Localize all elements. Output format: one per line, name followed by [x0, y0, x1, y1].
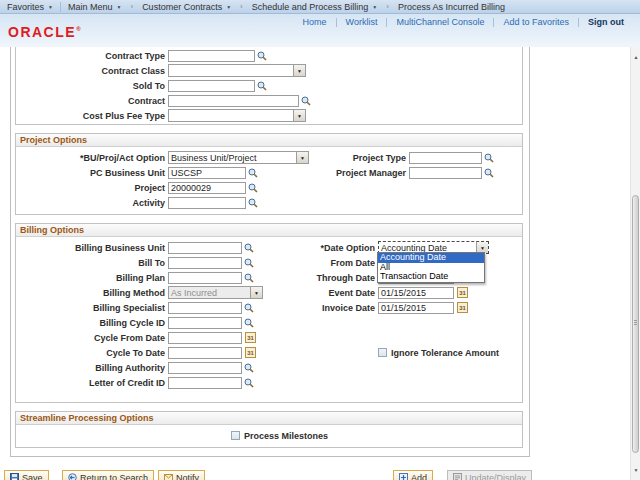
- contract-label: Contract: [18, 96, 168, 106]
- header-bar: ORACLE® Home Worklist MultiChannel Conso…: [0, 14, 640, 47]
- lookup-icon[interactable]: [484, 168, 494, 178]
- breadcrumb-schedule-process-billing[interactable]: Schedule and Process Billing ▼: [245, 0, 385, 14]
- cost-plus-fee-type-label: Cost Plus Fee Type: [18, 111, 168, 121]
- project-type-label: Project Type: [18, 153, 409, 163]
- lookup-icon[interactable]: [257, 81, 267, 91]
- update-display-label: Update/Display: [465, 473, 526, 480]
- scroll-down-icon[interactable]: ▼: [631, 467, 640, 473]
- breadcrumb-separator-icon: ›: [384, 2, 391, 11]
- lookup-icon[interactable]: [244, 363, 254, 373]
- cycle-from-date-label: Cycle From Date: [18, 333, 168, 343]
- breadcrumb-label: Main Menu: [68, 2, 113, 12]
- billing-authority-label: Billing Authority: [18, 363, 168, 373]
- link-divider: [336, 18, 337, 27]
- event-date-label: Event Date: [18, 288, 378, 298]
- invoice-date-label: Invoice Date: [18, 303, 378, 313]
- worklist-link[interactable]: Worklist: [346, 17, 378, 27]
- breadcrumb-main-menu[interactable]: Main Menu ▼: [61, 0, 128, 14]
- scrollbar-thumb[interactable]: [632, 195, 639, 453]
- project-options-section: Project Options *BU/Proj/Act Option Busi…: [15, 133, 523, 215]
- lookup-icon[interactable]: [257, 51, 267, 61]
- notify-button-label: Notify: [176, 473, 199, 480]
- chevron-down-icon: ▼: [117, 4, 122, 10]
- select-arrow-icon[interactable]: [293, 65, 305, 76]
- cycle-from-date-input[interactable]: [168, 332, 242, 344]
- lookup-icon[interactable]: [248, 183, 258, 193]
- breadcrumb-customer-contracts[interactable]: Customer Contracts ▼: [135, 0, 238, 14]
- billing-cycle-id-input[interactable]: [168, 317, 242, 329]
- oracle-logo: ORACLE®: [8, 24, 82, 40]
- add-button[interactable]: Add: [393, 470, 433, 480]
- section-title: Billing Options: [16, 224, 522, 237]
- ignore-tolerance-checkbox[interactable]: [378, 348, 387, 357]
- save-disk-icon: [10, 473, 19, 480]
- breadcrumb-current-page: Process As Incurred Billing: [391, 0, 512, 14]
- project-manager-label: Project Manager: [18, 168, 409, 178]
- billing-options-section: Billing Options Billing Business Unit Bi…: [15, 223, 523, 403]
- vertical-scrollbar[interactable]: ▲ ▼: [630, 47, 640, 480]
- contract-class-label: Contract Class: [18, 66, 168, 76]
- contract-input[interactable]: [168, 95, 299, 107]
- project-input[interactable]: 20000029: [168, 182, 246, 194]
- through-date-label: Through Date: [18, 273, 378, 283]
- chevron-down-icon: ▼: [226, 4, 231, 10]
- date-option-label: *Date Option: [18, 243, 378, 253]
- contract-class-select[interactable]: [168, 64, 306, 77]
- update-display-icon: [453, 473, 462, 480]
- letter-of-credit-id-label: Letter of Credit ID: [18, 378, 168, 388]
- calendar-icon[interactable]: 31: [245, 332, 256, 343]
- breadcrumb: Favorites ▼ Main Menu ▼ › Customer Contr…: [0, 0, 640, 14]
- invoice-date-input[interactable]: 01/15/2015: [378, 302, 454, 314]
- lookup-icon[interactable]: [244, 378, 254, 388]
- calendar-icon[interactable]: 31: [457, 287, 468, 298]
- lookup-icon[interactable]: [484, 153, 494, 163]
- cycle-to-date-label: Cycle To Date: [18, 348, 168, 358]
- breadcrumb-favorites[interactable]: Favorites ▼: [0, 0, 60, 14]
- multichannel-console-link[interactable]: MultiChannel Console: [396, 17, 484, 27]
- lookup-icon[interactable]: [248, 198, 258, 208]
- sign-out-link[interactable]: Sign out: [588, 17, 624, 27]
- ignore-tolerance-label: Ignore Tolerance Amount: [391, 348, 499, 358]
- calendar-icon[interactable]: 31: [457, 302, 468, 313]
- return-arrow-icon: [68, 473, 77, 480]
- breadcrumb-separator-icon: ›: [238, 2, 245, 11]
- project-manager-input[interactable]: [409, 167, 482, 179]
- sold-to-label: Sold To: [18, 81, 168, 91]
- header-links: Home Worklist MultiChannel Console Add t…: [303, 17, 624, 27]
- dropdown-option-transaction-date[interactable]: Transaction Date: [378, 272, 484, 282]
- section-title: Streamline Processing Options: [16, 412, 522, 425]
- sold-to-input[interactable]: [168, 80, 255, 92]
- activity-input[interactable]: [168, 197, 246, 209]
- link-divider: [493, 18, 494, 27]
- project-type-input[interactable]: [409, 152, 482, 164]
- home-link[interactable]: Home: [303, 17, 327, 27]
- cost-plus-fee-type-select[interactable]: [168, 109, 306, 122]
- add-to-favorites-link[interactable]: Add to Favorites: [503, 17, 569, 27]
- link-divider: [386, 18, 387, 27]
- calendar-icon[interactable]: 31: [245, 347, 256, 358]
- letter-of-credit-id-input[interactable]: [168, 377, 242, 389]
- contract-type-label: Contract Type: [18, 51, 168, 61]
- chevron-down-icon: ▼: [48, 4, 53, 10]
- return-to-search-button[interactable]: Return to Search: [62, 470, 154, 480]
- lookup-icon[interactable]: [301, 96, 311, 106]
- add-plus-icon: [399, 473, 408, 480]
- date-option-dropdown-list: Accounting Date All Transaction Date: [377, 252, 485, 283]
- contract-type-input[interactable]: [168, 50, 255, 62]
- select-arrow-icon[interactable]: [293, 110, 305, 121]
- cycle-to-date-input[interactable]: [168, 347, 242, 359]
- notify-icon: [164, 473, 173, 480]
- link-divider: [578, 18, 579, 27]
- dropdown-option-accounting-date[interactable]: Accounting Date: [378, 253, 484, 263]
- scroll-up-icon[interactable]: ▲: [631, 54, 640, 60]
- event-date-input[interactable]: 01/15/2015: [378, 287, 454, 299]
- add-button-label: Add: [411, 473, 427, 480]
- lookup-icon[interactable]: [244, 318, 254, 328]
- activity-label: Activity: [18, 198, 168, 208]
- billing-authority-input[interactable]: [168, 362, 242, 374]
- save-button[interactable]: Save: [4, 470, 49, 480]
- breadcrumb-separator-icon: ›: [128, 2, 135, 11]
- from-date-label: From Date: [18, 258, 378, 268]
- notify-button[interactable]: Notify: [158, 470, 205, 480]
- process-milestones-checkbox[interactable]: [231, 431, 240, 440]
